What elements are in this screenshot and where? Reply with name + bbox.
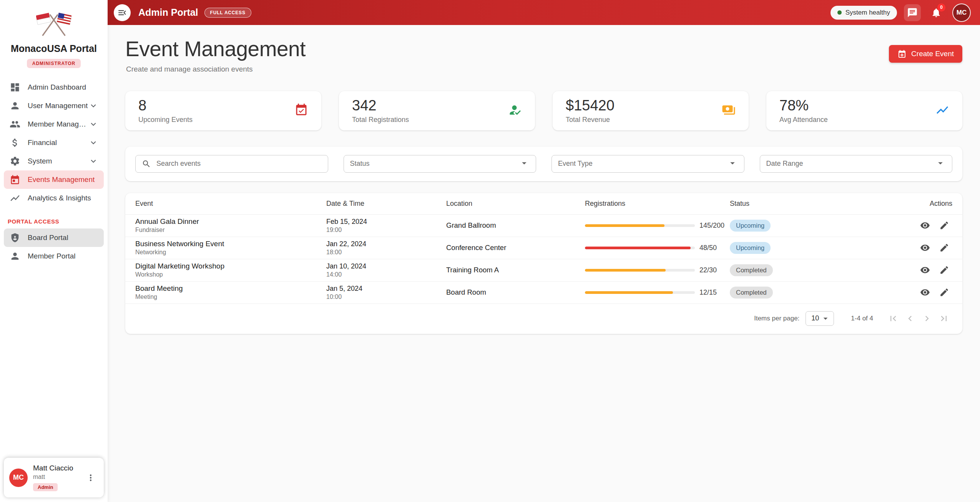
event-calendar-icon xyxy=(294,103,308,118)
search-input[interactable] xyxy=(156,159,322,168)
dots-vertical-icon xyxy=(86,473,96,483)
edit-event-button[interactable] xyxy=(936,217,952,233)
stat-card-upcoming-events: 8 Upcoming Events xyxy=(125,91,321,130)
page-range-label: 1-4 of 4 xyxy=(851,315,873,322)
event-location: Conference Center xyxy=(446,243,585,252)
last-page-button[interactable] xyxy=(935,310,952,327)
page-subtitle: Create and manage association events xyxy=(126,65,306,73)
sidebar-item-user-management[interactable]: User Management xyxy=(4,97,104,115)
portal-access-label: PORTAL ACCESS xyxy=(8,218,108,225)
previous-page-button[interactable] xyxy=(902,310,919,327)
sidebar-item-admin-dashboard[interactable]: Admin Dashboard xyxy=(4,78,104,97)
next-page-button[interactable] xyxy=(919,310,935,327)
edit-event-button[interactable] xyxy=(936,262,952,278)
stat-cards: 8 Upcoming Events 342 Total Registration… xyxy=(125,91,962,130)
page-size-value: 10 xyxy=(811,314,819,322)
event-time: 10:00 xyxy=(326,294,446,300)
sidebar-item-label: Admin Dashboard xyxy=(28,83,98,92)
chevron-right-icon xyxy=(922,313,932,324)
filters-bar: Status Event Type Date Range xyxy=(125,147,962,181)
view-event-button[interactable] xyxy=(917,284,933,300)
sidebar-item-member-portal[interactable]: Member Portal xyxy=(4,247,104,265)
chevron-down-icon xyxy=(935,158,946,170)
registrations-value: 48/50 xyxy=(699,244,717,252)
status-badge: Completed xyxy=(730,287,773,299)
pencil-icon xyxy=(939,243,949,253)
event-type-filter-select[interactable]: Event Type xyxy=(551,155,744,173)
top-header: Admin Portal FULL ACCESS System healthy … xyxy=(108,0,980,25)
column-header-registrations: Registrations xyxy=(585,200,730,208)
event-type: Workshop xyxy=(135,271,326,278)
content-area: Event Management Create and manage assoc… xyxy=(108,25,980,502)
event-name: Annual Gala Dinner xyxy=(135,217,326,226)
sidebar-item-label: Member Manage... xyxy=(28,120,88,128)
status-filter-select[interactable]: Status xyxy=(344,155,537,173)
messages-button[interactable] xyxy=(904,4,921,21)
stat-label: Total Registrations xyxy=(352,116,409,124)
create-event-button[interactable]: Create Event xyxy=(889,45,962,63)
user-menu-button[interactable] xyxy=(83,470,98,485)
sidebar-toggle-button[interactable] xyxy=(114,4,131,21)
items-per-page-label: Items per page: xyxy=(754,315,799,322)
person-check-icon xyxy=(508,103,522,118)
edit-event-button[interactable] xyxy=(936,240,952,256)
event-type-filter-label: Event Type xyxy=(558,160,593,168)
event-location: Training Room A xyxy=(446,266,585,274)
main-area: Admin Portal FULL ACCESS System healthy … xyxy=(108,0,980,502)
cash-icon xyxy=(722,103,736,118)
chevron-down-icon xyxy=(727,158,738,170)
event-row: Annual Gala Dinner Fundraiser Feb 15, 20… xyxy=(125,215,962,237)
paginator: Items per page: 10 1-4 of 4 xyxy=(125,304,962,334)
sidebar-item-label: Events Management xyxy=(28,175,98,184)
chevron-down-icon xyxy=(821,314,831,324)
event-name: Digital Marketing Workshop xyxy=(135,262,326,270)
sidebar-item-member-management[interactable]: Member Manage... xyxy=(4,115,104,133)
header-title: Admin Portal xyxy=(138,7,198,18)
menu-open-icon xyxy=(117,8,127,18)
sidebar-item-label: Member Portal xyxy=(28,252,98,260)
user-role-badge: Admin xyxy=(33,483,58,491)
event-date: Feb 15, 2024 xyxy=(326,218,446,226)
column-header-status: Status xyxy=(730,200,895,208)
view-event-button[interactable] xyxy=(917,262,933,278)
edit-event-button[interactable] xyxy=(936,284,952,300)
header-avatar[interactable]: MC xyxy=(952,3,971,22)
sidebar-item-board-portal[interactable]: Board Portal xyxy=(4,228,104,247)
full-access-badge: FULL ACCESS xyxy=(204,8,251,18)
portal-access-menu: Board Portal Member Portal xyxy=(0,228,108,265)
page-size-select[interactable]: 10 xyxy=(806,311,834,326)
view-event-button[interactable] xyxy=(917,240,933,256)
view-event-button[interactable] xyxy=(917,217,933,233)
stat-value: 342 xyxy=(352,97,409,114)
event-time: 14:00 xyxy=(326,271,446,278)
person-icon xyxy=(9,100,21,112)
pencil-icon xyxy=(939,265,949,275)
eye-icon xyxy=(920,287,930,297)
column-header-location: Location xyxy=(446,200,585,208)
notifications-button[interactable]: 0 xyxy=(928,4,945,21)
sidebar-item-system[interactable]: System xyxy=(4,152,104,170)
status-badge: Upcoming xyxy=(730,220,771,232)
event-location: Grand Ballroom xyxy=(446,221,585,230)
date-range-filter-select[interactable]: Date Range xyxy=(760,155,953,173)
logo-crossed-flags xyxy=(0,0,108,38)
status-badge: Upcoming xyxy=(730,242,771,254)
stat-value: $15420 xyxy=(566,97,615,114)
stat-label: Upcoming Events xyxy=(138,116,193,124)
notification-count-badge: 0 xyxy=(937,3,945,12)
event-name: Board Meeting xyxy=(135,284,326,293)
sidebar-item-events-management[interactable]: Events Management xyxy=(4,170,104,189)
sidebar-item-analytics-insights[interactable]: Analytics & Insights xyxy=(4,189,104,207)
registrations-progress-bar xyxy=(585,291,695,294)
sidebar-item-financial[interactable]: Financial xyxy=(4,133,104,152)
registrations-value: 145/200 xyxy=(699,222,724,230)
chevron-down-icon xyxy=(519,158,530,170)
calendar-icon xyxy=(9,174,21,185)
search-events-field[interactable] xyxy=(135,155,328,173)
column-header-actions: Actions xyxy=(895,200,952,208)
monaco-usa-flags-icon xyxy=(36,10,71,38)
event-type: Networking xyxy=(135,249,326,256)
first-page-button[interactable] xyxy=(885,310,902,327)
eye-icon xyxy=(920,265,930,275)
system-status-chip: System healthy xyxy=(831,6,897,20)
